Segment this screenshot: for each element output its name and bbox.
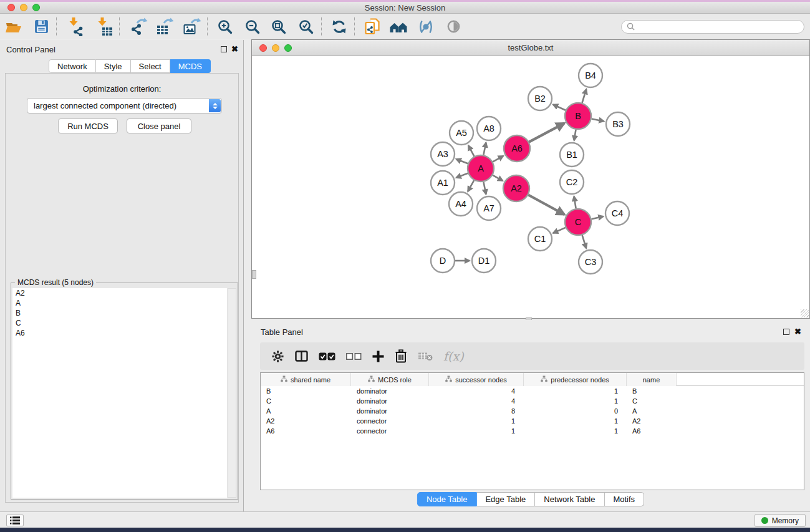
birdseye-handle[interactable] bbox=[252, 270, 256, 279]
mcds-result-list[interactable]: A2ABCA6 bbox=[12, 288, 227, 498]
graph-edge-B-B4[interactable] bbox=[582, 89, 587, 103]
graph-edge-B-B1[interactable] bbox=[574, 130, 576, 141]
import-table-button[interactable] bbox=[93, 16, 115, 38]
graph-node-label: A7 bbox=[483, 203, 494, 213]
unchecked-checkboxes-icon bbox=[346, 353, 362, 360]
close-panel-icon[interactable]: ✖ bbox=[231, 44, 238, 54]
show-home-button[interactable] bbox=[387, 16, 410, 38]
table-row[interactable]: A2connector11A2 bbox=[261, 416, 804, 426]
open-session-button[interactable] bbox=[2, 16, 25, 38]
tab-select[interactable]: Select bbox=[131, 59, 170, 73]
tab-network-table[interactable]: Network Table bbox=[535, 492, 604, 506]
mcds-result-item[interactable]: C bbox=[12, 318, 227, 328]
graph-edge-A-A2[interactable] bbox=[493, 175, 503, 181]
column-header-successor-nodes[interactable]: successor nodes bbox=[429, 373, 524, 386]
tab-node-table[interactable]: Node Table bbox=[417, 492, 477, 506]
close-table-panel-icon[interactable]: ✖ bbox=[794, 327, 801, 336]
graph-edge-A-A1[interactable] bbox=[456, 173, 468, 178]
resize-grip-icon[interactable] bbox=[801, 309, 809, 317]
table-cell: C bbox=[627, 397, 677, 405]
search-input[interactable] bbox=[638, 22, 799, 31]
table-panel-title: Table Panel bbox=[261, 327, 303, 337]
mcds-result-item[interactable]: A2 bbox=[12, 288, 227, 298]
graph-edge-A-A4[interactable] bbox=[468, 180, 474, 191]
tab-motifs[interactable]: Motifs bbox=[604, 492, 644, 506]
export-image-button[interactable] bbox=[181, 16, 203, 38]
zoom-fit-button[interactable] bbox=[268, 16, 290, 38]
app-titlebar: Session: New Session bbox=[0, 2, 810, 14]
export-table-icon bbox=[155, 17, 174, 36]
graph-node-label: D bbox=[440, 256, 446, 266]
graph-node-label: B3 bbox=[612, 119, 624, 129]
export-network-icon bbox=[129, 17, 148, 36]
graph-edge-B-B3[interactable] bbox=[592, 118, 604, 121]
graph-edge-C-C4[interactable] bbox=[592, 216, 604, 219]
graph-node-label: B bbox=[575, 111, 581, 121]
graph-edge-C-C3[interactable] bbox=[582, 235, 587, 248]
network-canvas[interactable]: B4B2BB3A5A8A6A3AB1A1A2C2A4A7C4CC1C3DD1 bbox=[252, 56, 809, 318]
node-table: shared nameMCDS rolesuccessor nodesprede… bbox=[260, 372, 804, 490]
graph-edge-A-A8[interactable] bbox=[483, 143, 486, 155]
criterion-select[interactable]: largest connected component (directed) bbox=[27, 98, 222, 114]
graph-edge-A-A6[interactable] bbox=[493, 156, 503, 162]
graph-edge-A-A7[interactable] bbox=[483, 182, 486, 195]
copy-style-button[interactable] bbox=[361, 16, 383, 38]
mcds-result-item[interactable]: A6 bbox=[12, 328, 227, 338]
graph-edge-A-A5[interactable] bbox=[468, 145, 475, 157]
table-row[interactable]: A6connector11A6 bbox=[261, 426, 804, 436]
control-panel: Control Panel ✖ NetworkStyleSelectMCDS O… bbox=[0, 40, 244, 511]
table-cell: A bbox=[627, 407, 677, 415]
save-session-button[interactable] bbox=[30, 16, 52, 38]
zoom-in-button[interactable] bbox=[214, 16, 236, 38]
mcds-result-item[interactable]: B bbox=[12, 308, 227, 318]
delete-column-button[interactable] bbox=[395, 349, 407, 363]
table-settings-button[interactable] bbox=[271, 350, 284, 363]
show-graphics-details-button[interactable] bbox=[442, 16, 465, 38]
tab-network[interactable]: Network bbox=[49, 59, 96, 73]
column-header-mcds-role[interactable]: MCDS role bbox=[351, 373, 429, 386]
column-header-predecessor-nodes[interactable]: predecessor nodes bbox=[524, 373, 627, 386]
delete-table-icon bbox=[418, 351, 433, 361]
import-network-button[interactable] bbox=[64, 16, 87, 38]
memory-button[interactable]: Memory bbox=[755, 514, 806, 527]
float-table-panel-icon[interactable] bbox=[783, 329, 789, 335]
close-panel-button[interactable]: Close panel bbox=[127, 118, 191, 133]
hide-graphics-details-button[interactable] bbox=[415, 16, 437, 38]
task-history-button[interactable] bbox=[6, 515, 24, 526]
table-cell: 4 bbox=[429, 397, 524, 405]
table-cell: connector bbox=[351, 427, 429, 435]
export-table-button[interactable] bbox=[153, 16, 176, 38]
graph-edge-A-A3[interactable] bbox=[456, 159, 468, 163]
network-graph: B4B2BB3A5A8A6A3AB1A1A2C2A4A7C4CC1C3DD1 bbox=[252, 56, 809, 318]
graph-edge-A6-B[interactable] bbox=[529, 123, 564, 142]
mcds-result-item[interactable]: A bbox=[12, 298, 227, 308]
graph-edge-C-C2[interactable] bbox=[574, 196, 576, 209]
table-row[interactable]: Adominator80A bbox=[261, 406, 804, 416]
graph-node-label: D1 bbox=[478, 256, 490, 266]
graph-edge-A2-C[interactable] bbox=[528, 195, 564, 215]
graph-edge-B-B2[interactable] bbox=[553, 105, 566, 110]
zoom-fit-icon bbox=[271, 19, 287, 35]
select-all-button[interactable] bbox=[319, 352, 335, 360]
run-mcds-button[interactable]: Run MCDS bbox=[58, 118, 118, 133]
tab-mcds[interactable]: MCDS bbox=[170, 59, 211, 73]
column-header-name[interactable]: name bbox=[627, 373, 677, 386]
table-row[interactable]: Cdominator41C bbox=[261, 396, 804, 406]
float-panel-icon[interactable] bbox=[221, 46, 227, 52]
table-row[interactable]: Bdominator41B bbox=[261, 386, 804, 396]
refresh-layout-button[interactable] bbox=[328, 16, 350, 38]
graph-node-label: C2 bbox=[566, 177, 578, 187]
export-network-button[interactable] bbox=[127, 16, 150, 38]
graph-edge-C-C1[interactable] bbox=[553, 228, 566, 233]
add-column-button[interactable] bbox=[372, 351, 384, 362]
mcds-result-group: MCDS result (5 nodes) A2ABCA6 bbox=[11, 283, 238, 500]
result-scrollbar[interactable] bbox=[228, 288, 236, 498]
show-column-button[interactable] bbox=[295, 351, 308, 362]
column-header-shared-name[interactable]: shared name bbox=[261, 373, 351, 386]
zoom-out-button[interactable] bbox=[241, 16, 264, 38]
deselect-all-button[interactable] bbox=[346, 353, 362, 360]
tab-style[interactable]: Style bbox=[96, 59, 131, 73]
tab-edge-table[interactable]: Edge Table bbox=[476, 492, 535, 506]
zoom-selected-button[interactable] bbox=[295, 16, 317, 38]
table-cell: dominator bbox=[351, 387, 429, 395]
